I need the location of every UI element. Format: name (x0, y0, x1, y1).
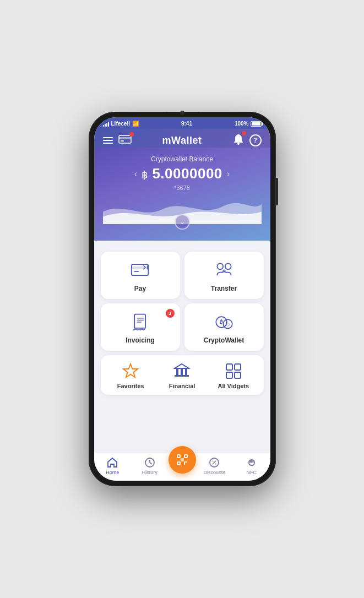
svg-rect-2 (121, 140, 124, 142)
all-vidgets-widget[interactable]: All Vidgets (209, 363, 258, 389)
transfer-button[interactable]: Transfer (184, 252, 264, 299)
svg-rect-6 (134, 271, 139, 272)
svg-text:₿: ₿ (220, 319, 223, 325)
card-badge (129, 132, 134, 137)
svg-marker-18 (175, 364, 189, 368)
invoicing-label: Invoicing (126, 336, 155, 344)
scan-icon (176, 453, 189, 466)
tag-icon (209, 457, 220, 468)
invoicing-button[interactable]: 3 Invoicing (101, 303, 180, 351)
svg-rect-24 (235, 364, 241, 370)
svg-point-38 (213, 461, 214, 462)
main-content: Pay Transfer 3 (94, 241, 270, 452)
help-button[interactable]: ? (249, 134, 262, 146)
favorites-label: Favorites (117, 383, 144, 389)
home-nav-label: Home (106, 470, 119, 475)
transfer-icon (214, 260, 234, 280)
battery-container: 100% (235, 121, 262, 127)
notification-badge (242, 131, 246, 135)
nav-history[interactable]: History (131, 457, 169, 475)
svg-line-29 (150, 463, 152, 464)
scan-button[interactable] (169, 446, 196, 474)
phone-screen: Lifecell 📶 9:41 100% (94, 117, 270, 481)
svg-rect-20 (181, 368, 183, 375)
status-bar: Lifecell 📶 9:41 100% (94, 117, 270, 129)
bell-icon (233, 133, 244, 145)
phone-camera (180, 111, 184, 115)
cryptowallet-label: CryptoWallet (204, 336, 245, 344)
nav-nfc[interactable]: NFC (233, 457, 270, 475)
wifi-icon: 📶 (132, 121, 139, 127)
carrier-label: Lifecell (111, 121, 130, 127)
clock-icon (144, 457, 155, 468)
menu-button[interactable] (103, 137, 113, 144)
balance-row: ‹ ฿ 5.0000000 › (103, 165, 262, 182)
account-suffix: *3678 (103, 184, 262, 191)
all-vidgets-label: All Vidgets (218, 383, 249, 389)
favorites-widget[interactable]: Favorites (106, 363, 155, 389)
svg-point-39 (215, 464, 216, 465)
discounts-nav-label: Discounts (203, 470, 225, 475)
pay-icon (131, 260, 150, 280)
balance-section: Cryptowallet Balance ‹ ฿ 5.0000000 › *36… (94, 148, 270, 241)
battery-percent: 100% (235, 121, 249, 127)
svg-point-7 (217, 263, 223, 269)
svg-rect-22 (175, 375, 189, 377)
svg-rect-23 (226, 364, 232, 370)
svg-rect-32 (177, 462, 180, 465)
invoicing-badge: 3 (166, 309, 175, 318)
invoicing-icon (131, 312, 150, 332)
svg-rect-4 (131, 264, 148, 275)
svg-rect-30 (177, 455, 180, 458)
app-header: mWallet ? (94, 129, 270, 148)
phone-side-button (276, 178, 278, 205)
svg-rect-19 (176, 368, 178, 375)
nfc-nav-label: NFC (247, 470, 257, 475)
cryptowallet-button[interactable]: ₿ ⬡ CryptoWallet (184, 303, 264, 351)
signal-icon (103, 121, 109, 127)
wave-container: ⌄ (103, 197, 262, 224)
balance-next-button[interactable]: › (227, 169, 230, 179)
card-button[interactable] (118, 134, 132, 146)
svg-marker-17 (123, 364, 138, 377)
history-nav-label: History (142, 470, 157, 475)
svg-rect-5 (131, 267, 148, 269)
pay-label: Pay (134, 285, 146, 292)
time-label: 9:41 (181, 121, 192, 127)
battery-icon (251, 121, 262, 127)
cryptowallet-icon: ₿ ⬡ (214, 312, 234, 332)
svg-rect-9 (134, 314, 145, 328)
svg-rect-26 (235, 372, 241, 378)
status-left: Lifecell 📶 (103, 121, 139, 127)
financial-widget[interactable]: Financial (157, 363, 207, 389)
balance-amount: ฿ 5.0000000 (142, 165, 222, 182)
header-right: ? (233, 133, 262, 148)
nav-discounts[interactable]: Discounts (196, 457, 233, 475)
notification-button[interactable] (233, 133, 244, 148)
pay-button[interactable]: Pay (101, 252, 180, 299)
header-left (103, 134, 132, 146)
grid-icon (225, 363, 242, 379)
bank-icon (173, 363, 190, 379)
svg-text:⬡: ⬡ (226, 322, 230, 327)
nfc-icon (246, 457, 257, 468)
grid-row-2: 3 Invoicing ₿ ⬡ (101, 303, 264, 351)
svg-rect-25 (226, 372, 232, 378)
balance-label: Cryptowallet Balance (103, 155, 262, 163)
balance-currency: ฿ (142, 170, 148, 181)
app-title: mWallet (162, 135, 202, 146)
grid-row-1: Pay Transfer (101, 252, 264, 299)
chevron-down-button[interactable]: ⌄ (175, 214, 190, 230)
svg-point-3 (237, 143, 240, 145)
home-icon (107, 457, 118, 468)
card-icon (118, 134, 132, 144)
widget-row: Favorites Financial (101, 355, 264, 395)
svg-rect-1 (119, 137, 131, 139)
balance-prev-button[interactable]: ‹ (134, 169, 137, 179)
phone-frame: Lifecell 📶 9:41 100% (89, 112, 276, 486)
bottom-nav: Home History (94, 452, 270, 481)
svg-rect-31 (184, 455, 187, 458)
financial-label: Financial (169, 383, 195, 389)
svg-rect-33 (181, 458, 184, 461)
nav-home[interactable]: Home (94, 457, 132, 475)
